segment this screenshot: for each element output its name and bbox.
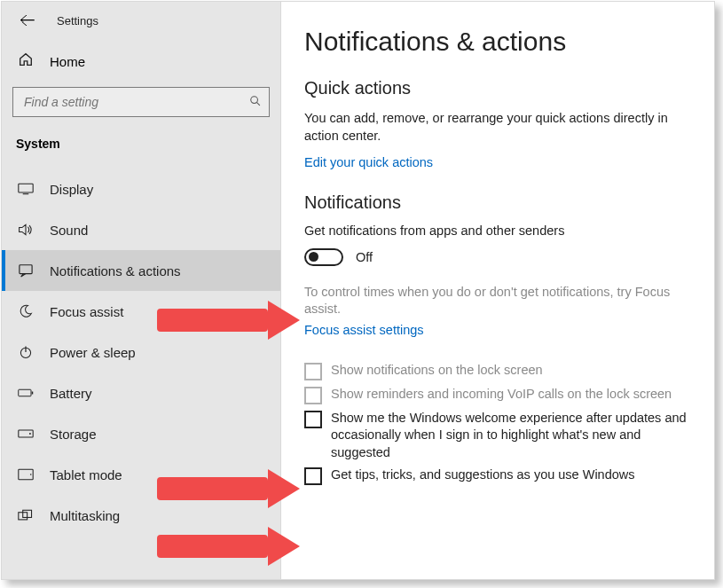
notifications-get-from: Get notifications from apps and other se… <box>304 223 689 238</box>
checkbox-tips-tricks[interactable] <box>304 467 322 485</box>
sidebar-group-label: System <box>2 131 280 169</box>
power-icon <box>18 344 34 360</box>
focus-assist-help: To control times when you do or don't ge… <box>304 284 689 318</box>
notifications-toggle-state: Off <box>356 250 373 264</box>
chk-welcome-experience: Show me the Windows welcome experience a… <box>304 410 689 462</box>
checkbox-lock-screen <box>304 363 322 380</box>
sidebar-home-label: Home <box>50 54 85 69</box>
storage-icon <box>18 426 34 442</box>
sidebar-item-focus-assist[interactable]: Focus assist <box>2 291 280 332</box>
multitasking-icon <box>18 507 34 523</box>
chk-lock-screen: Show notifications on the lock screen <box>304 362 689 380</box>
home-icon <box>18 51 34 71</box>
svg-rect-4 <box>20 265 32 274</box>
sidebar-item-display[interactable]: Display <box>2 169 280 209</box>
svg-line-1 <box>256 102 260 106</box>
sidebar-nav: Display Sound Notifications & actions Fo… <box>2 169 280 536</box>
checkbox-voip <box>304 387 322 404</box>
sidebar-item-storage[interactable]: Storage <box>2 413 280 454</box>
display-icon <box>18 181 34 197</box>
chk-label: Show notifications on the lock screen <box>331 362 543 380</box>
sidebar-item-tablet-mode[interactable]: Tablet mode <box>2 454 280 495</box>
battery-icon <box>18 385 34 401</box>
main-content: Notifications & actions Quick actions Yo… <box>281 2 714 579</box>
sidebar-item-label: Focus assist <box>50 304 123 319</box>
chk-voip: Show reminders and incoming VoIP calls o… <box>304 386 689 404</box>
sidebar-item-label: Storage <box>50 427 97 442</box>
page-title: Notifications & actions <box>304 27 689 57</box>
sound-icon <box>18 222 34 238</box>
sidebar-item-sound[interactable]: Sound <box>2 209 280 250</box>
sidebar-item-notifications[interactable]: Notifications & actions <box>2 250 280 291</box>
moon-icon <box>18 303 34 319</box>
quick-actions-desc: You can add, remove, or rearrange your q… <box>304 109 689 145</box>
settings-window: 🡠 Settings Home System Display <box>1 1 715 580</box>
edit-quick-actions-link[interactable]: Edit your quick actions <box>304 155 433 169</box>
svg-point-0 <box>251 96 258 103</box>
focus-assist-link[interactable]: Focus assist settings <box>304 323 424 337</box>
sidebar-item-label: Tablet mode <box>50 467 122 482</box>
titlebar: 🡠 Settings <box>2 2 280 39</box>
sidebar-item-battery[interactable]: Battery <box>2 372 280 413</box>
sidebar-item-label: Power & sleep <box>50 345 136 360</box>
sidebar: 🡠 Settings Home System Display <box>2 2 281 579</box>
checkbox-welcome-experience[interactable] <box>304 411 322 428</box>
quick-actions-heading: Quick actions <box>304 78 689 98</box>
sidebar-item-label: Sound <box>50 223 88 238</box>
search-icon <box>249 95 262 110</box>
notifications-icon <box>18 263 34 278</box>
svg-rect-2 <box>19 184 33 192</box>
sidebar-item-label: Battery <box>50 386 92 401</box>
sidebar-item-multitasking[interactable]: Multitasking <box>2 495 280 536</box>
chk-tips-tricks: Get tips, tricks, and suggestions as you… <box>304 466 689 485</box>
sidebar-item-label: Notifications & actions <box>50 263 181 278</box>
search-input[interactable] <box>22 94 249 110</box>
notifications-toggle[interactable] <box>304 248 343 266</box>
chk-label: Show me the Windows welcome experience a… <box>331 410 689 462</box>
back-icon[interactable]: 🡠 <box>20 12 35 28</box>
window-title: Settings <box>57 14 98 27</box>
notifications-toggle-row: Off <box>304 248 689 266</box>
sidebar-item-label: Display <box>50 182 93 197</box>
sidebar-home[interactable]: Home <box>2 39 280 83</box>
svg-point-12 <box>30 474 32 475</box>
svg-point-10 <box>29 433 31 435</box>
sidebar-item-power-sleep[interactable]: Power & sleep <box>2 332 280 372</box>
tablet-icon <box>18 466 34 482</box>
svg-rect-8 <box>32 392 34 395</box>
chk-label: Get tips, tricks, and suggestions as you… <box>331 466 635 484</box>
svg-rect-7 <box>19 389 31 396</box>
chk-label: Show reminders and incoming VoIP calls o… <box>331 386 672 404</box>
notifications-heading: Notifications <box>304 192 689 213</box>
search-box[interactable] <box>12 87 270 117</box>
sidebar-item-label: Multitasking <box>50 508 120 523</box>
